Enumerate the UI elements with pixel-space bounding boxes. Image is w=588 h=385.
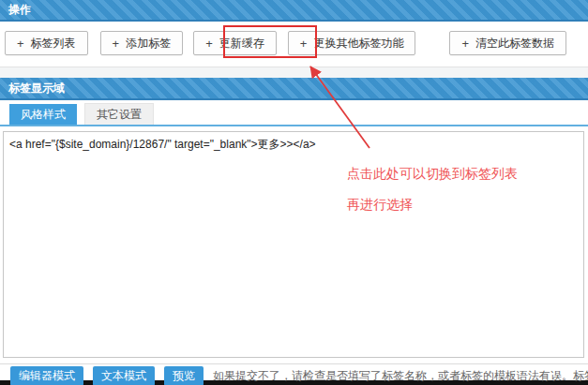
- editor-mode-button[interactable]: 编辑器模式: [10, 366, 83, 385]
- tag-list-button[interactable]: + 标签列表: [5, 31, 88, 55]
- refresh-cache-button[interactable]: + 更新缓存: [193, 31, 277, 55]
- tag-list-button-label: 标签列表: [31, 36, 76, 52]
- plus-icon: +: [113, 37, 120, 50]
- tab-other-settings[interactable]: 其它设置: [84, 103, 154, 125]
- preview-button[interactable]: 预览: [164, 366, 204, 385]
- add-tag-button-label: 添加标签: [126, 36, 171, 52]
- refresh-cache-button-label: 更新缓存: [219, 36, 264, 52]
- footer-toolbar: 编辑器模式 文本模式 预览 如果提交不了，请检查是否填写了标签名称，或者标签的模…: [10, 367, 588, 385]
- display-panel-header: 标签显示域: [0, 78, 588, 100]
- switch-tag-function-button-label: 更换其他标签功能: [313, 36, 403, 52]
- display-panel-tabs: 风格样式 其它设置: [0, 103, 588, 126]
- annotation-line1: 点击此处可以切换到标签列表: [347, 166, 518, 183]
- operation-panel-header: 操作: [0, 0, 588, 22]
- footer-divider: [0, 363, 588, 364]
- plus-icon: +: [17, 37, 24, 50]
- operation-buttons-row: + 标签列表 + 添加标签 + 更新缓存 + 更换其他标签功能 + 清空此标签数…: [5, 31, 566, 55]
- clear-tag-data-button[interactable]: + 清空此标签数据: [449, 31, 566, 55]
- clear-tag-data-button-label: 清空此标签数据: [475, 36, 554, 52]
- annotation-line2: 再进行选择: [347, 197, 413, 214]
- panel-separator: [0, 67, 588, 78]
- operation-panel-title: 操作: [8, 2, 31, 18]
- footer-hint-text: 如果提交不了，请检查是否填写了标签名称，或者标签的模板语法有误。标签模板里不要再…: [213, 368, 588, 384]
- display-panel-title: 标签显示域: [8, 81, 65, 96]
- plus-icon: +: [205, 37, 213, 50]
- plus-icon: +: [461, 37, 469, 50]
- plus-icon: +: [300, 37, 308, 50]
- add-tag-button[interactable]: + 添加标签: [100, 31, 184, 55]
- text-mode-button[interactable]: 文本模式: [93, 366, 155, 385]
- switch-tag-function-button[interactable]: + 更换其他标签功能: [288, 31, 416, 55]
- tab-style[interactable]: 风格样式: [9, 104, 77, 125]
